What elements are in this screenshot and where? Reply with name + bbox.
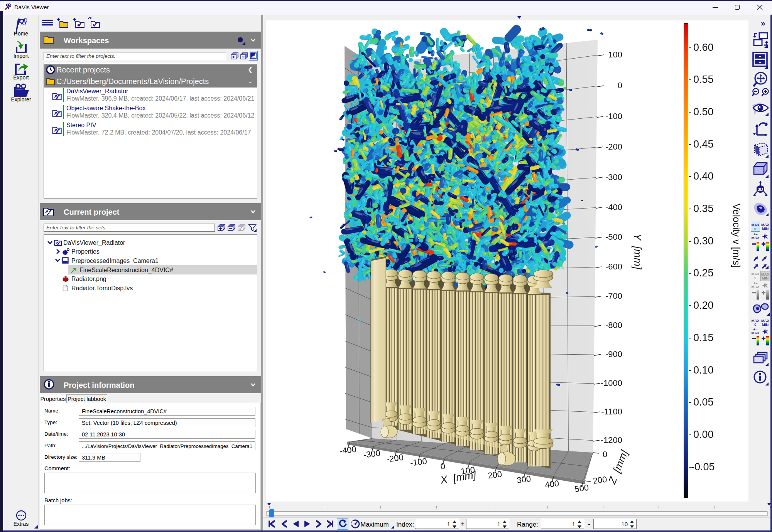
svg-text:3D: 3D xyxy=(758,187,763,192)
